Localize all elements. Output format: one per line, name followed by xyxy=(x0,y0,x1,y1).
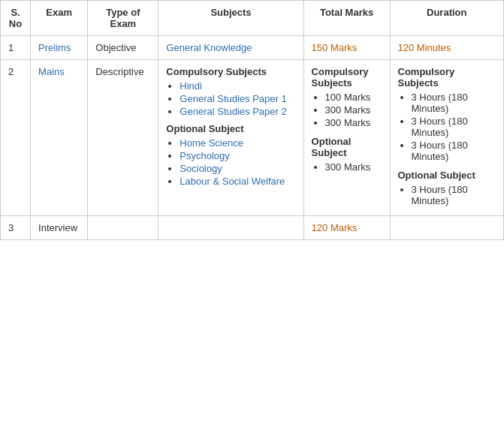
row2-marks: Compulsory Subjects 100 Marks 300 Marks … xyxy=(303,60,390,216)
duration-compulsory-list: 3 Hours (180 Minutes) 3 Hours (180 Minut… xyxy=(398,92,496,162)
row3-sno: 3 xyxy=(1,216,31,240)
marks-optional-list: 300 Marks xyxy=(312,161,382,173)
row1-exam: Prelims xyxy=(31,36,88,60)
row3-duration xyxy=(390,216,504,240)
list-item: 100 Marks xyxy=(325,92,382,103)
row3-type xyxy=(88,216,158,240)
list-item: 3 Hours (180 Minutes) xyxy=(412,184,496,206)
optional-subjects-list: Home Science Psychology Sociology Labour… xyxy=(166,137,295,187)
optional-subject-title: Optional Subject xyxy=(166,123,295,134)
list-item: 3 Hours (180 Minutes) xyxy=(412,140,496,162)
row3-exam: Interview xyxy=(31,216,88,240)
header-sno: S. No xyxy=(1,1,31,36)
marks-compulsory-list: 100 Marks 300 Marks 300 Marks xyxy=(312,92,382,128)
marks-compulsory-title: Compulsory Subjects xyxy=(312,66,382,89)
marks-optional-title: Optional Subject xyxy=(312,136,382,158)
row1-sno: 1 xyxy=(1,36,31,60)
row3-subjects xyxy=(158,216,303,240)
row1-marks: 150 Marks xyxy=(303,36,390,60)
header-exam: Exam xyxy=(31,1,88,36)
compulsory-subjects-title: Compulsory Subjects xyxy=(166,66,295,77)
row2-exam: Mains xyxy=(31,60,88,216)
list-item: Psychology xyxy=(180,150,295,161)
row2-type: Descriptive xyxy=(88,60,158,216)
row3-marks: 120 Marks xyxy=(303,216,390,240)
row2-sno: 2 xyxy=(1,60,31,216)
list-item: 300 Marks xyxy=(325,117,382,128)
duration-compulsory-title: Compulsory Subjects xyxy=(398,66,496,89)
row2-duration: Compulsory Subjects 3 Hours (180 Minutes… xyxy=(390,60,504,216)
list-item: 3 Hours (180 Minutes) xyxy=(412,116,496,138)
list-item: General Studies Paper 2 xyxy=(180,106,295,117)
duration-optional-title: Optional Subject xyxy=(398,170,496,181)
row1-duration: 120 Minutes xyxy=(390,36,504,60)
row2-subjects: Compulsory Subjects Hindi General Studie… xyxy=(158,60,303,216)
list-item: Labour & Social Welfare xyxy=(180,176,295,187)
header-marks: Total Marks xyxy=(303,1,390,36)
header-duration: Duration xyxy=(390,1,504,36)
list-item: 300 Marks xyxy=(325,104,382,116)
compulsory-subjects-list: Hindi General Studies Paper 1 General St… xyxy=(166,80,295,117)
row1-type: Objective xyxy=(88,36,158,60)
list-item: Sociology xyxy=(180,163,295,174)
duration-optional-list: 3 Hours (180 Minutes) xyxy=(398,184,496,206)
list-item: Hindi xyxy=(180,80,295,92)
list-item: Home Science xyxy=(180,137,295,149)
list-item: 3 Hours (180 Minutes) xyxy=(412,92,496,114)
list-item: General Studies Paper 1 xyxy=(180,93,295,104)
list-item: 300 Marks xyxy=(325,161,382,173)
table-row: 3 Interview 120 Marks xyxy=(1,216,504,240)
row1-subjects: General Knowledge xyxy=(158,36,303,60)
table-row: 2 Mains Descriptive Compulsory Subjects … xyxy=(1,60,504,216)
header-type: Type of Exam xyxy=(88,1,158,36)
table-row: 1 Prelims Objective General Knowledge 15… xyxy=(1,36,504,60)
header-subjects: Subjects xyxy=(158,1,303,36)
